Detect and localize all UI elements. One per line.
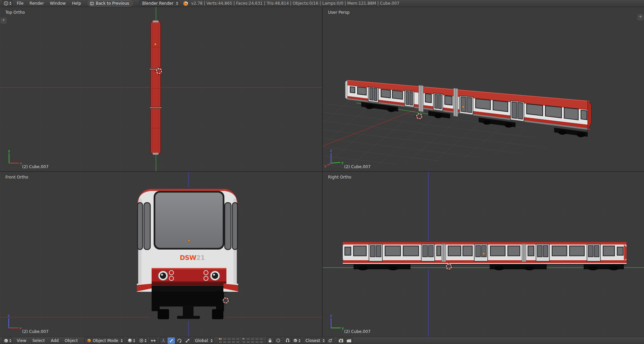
train-logo-21: 21 <box>196 254 205 261</box>
layer-1[interactable] <box>218 338 222 340</box>
snap-target-dropdown[interactable]: Closest <box>303 337 326 344</box>
clapperboard-icon <box>346 338 352 343</box>
render-engine-value: Blender Render <box>142 1 173 6</box>
snap-target-stepper <box>323 339 325 342</box>
back-arrow-icon <box>90 1 94 6</box>
editor-type-stepper[interactable] <box>9 2 11 5</box>
back-to-previous-button[interactable]: Back to Previous <box>88 0 133 7</box>
layer-6[interactable] <box>218 341 222 343</box>
interaction-mode-dropdown[interactable]: Object Mode <box>84 337 124 344</box>
user-persp-canvas[interactable]: z y x <box>323 7 644 171</box>
layer-5[interactable] <box>236 338 240 340</box>
transform-orientation-value: Global <box>195 338 208 343</box>
layer-13[interactable] <box>251 338 255 340</box>
editor-type-stepper[interactable] <box>9 339 11 342</box>
axis-x-letter: x <box>324 164 327 168</box>
viewport-name-label: Front Ortho <box>5 175 28 180</box>
lock-icon <box>268 338 272 343</box>
proportional-edit-dropdown[interactable] <box>274 337 282 344</box>
axis-z-letter: z <box>8 314 10 318</box>
active-object-label: (2) Cube.007 <box>22 164 49 169</box>
menu-file[interactable]: File <box>14 0 26 7</box>
viewport-name-label: Right Ortho <box>328 175 351 180</box>
object-origin-dot <box>154 43 156 45</box>
translate-manipulator-toggle[interactable] <box>167 337 175 344</box>
lock-to-scene-toggle[interactable] <box>266 337 274 344</box>
back-to-previous-label: Back to Previous <box>96 1 129 6</box>
active-object-label: (2) Cube.007 <box>22 329 49 334</box>
scale-arrow-icon <box>185 338 190 343</box>
viewport-user-persp[interactable]: z y x + User Persp (2) Cube.007 <box>323 7 644 171</box>
manipulator-axes-toggle[interactable] <box>159 337 167 344</box>
expand-region-icon[interactable]: + <box>1 18 6 23</box>
axis-x-letter: x <box>20 161 22 165</box>
layer-19[interactable] <box>255 341 259 343</box>
layers-group-2[interactable] <box>242 338 263 343</box>
menu-window[interactable]: Window <box>47 0 69 7</box>
scale-manipulator-toggle[interactable] <box>183 337 191 344</box>
layer-3[interactable] <box>227 338 231 340</box>
layer-4[interactable] <box>231 338 235 340</box>
layer-18[interactable] <box>251 341 255 343</box>
menu-help[interactable]: Help <box>69 0 84 7</box>
menu-render[interactable]: Render <box>26 0 47 7</box>
manipulate-centers-toggle[interactable] <box>149 337 157 344</box>
menu-add[interactable]: Add <box>48 337 62 344</box>
opengl-render-image-button[interactable] <box>337 337 345 344</box>
layer-12[interactable] <box>246 338 250 340</box>
editor-type-selector[interactable] <box>2 337 12 344</box>
rotate-manipulator-toggle[interactable] <box>175 337 183 344</box>
align-rotation-icon <box>328 338 332 343</box>
layer-15[interactable] <box>259 338 263 340</box>
layer-11[interactable] <box>242 338 246 340</box>
editor-type-selector[interactable] <box>2 0 12 7</box>
top-ortho-canvas[interactable]: y x <box>0 7 322 171</box>
pivot-point-dropdown[interactable] <box>138 337 148 344</box>
viewport-name-label: User Persp <box>328 10 350 15</box>
axis-z-letter: z <box>330 314 332 318</box>
right-ortho-canvas[interactable]: z y <box>323 172 644 337</box>
viewport-top-ortho[interactable]: y x + Top Ortho (2) Cube.007 <box>0 7 322 171</box>
train-logo-dsw: DSW <box>180 254 196 261</box>
axis-y-letter: y <box>8 149 10 153</box>
object-origin-dot <box>462 106 464 108</box>
front-ortho-canvas[interactable]: DSW21 <box>0 172 322 337</box>
opengl-render-animation-button[interactable] <box>345 337 353 344</box>
camera-icon <box>338 338 343 343</box>
shading-stepper <box>133 339 135 342</box>
train-top-view <box>150 20 161 155</box>
layer-17[interactable] <box>246 341 250 343</box>
info-header-bar: File Render Window Help Back to Previous… <box>0 0 644 7</box>
layer-14[interactable] <box>255 338 259 340</box>
mini-axis-gizmo: z y x <box>324 148 344 168</box>
menu-view[interactable]: View <box>14 337 29 344</box>
viewport-front-ortho[interactable]: DSW21 <box>0 172 322 337</box>
viewport-right-ortho[interactable]: z y Right Ortho (2) Cube.007 <box>323 172 644 337</box>
viewport-shading-dropdown[interactable] <box>126 337 136 344</box>
blender-logo <box>183 1 189 6</box>
menu-select[interactable]: Select <box>29 337 48 344</box>
manipulate-centers-icon <box>151 339 156 343</box>
layer-2[interactable] <box>223 338 227 340</box>
snap-toggle[interactable] <box>284 337 291 344</box>
layers-group-1[interactable] <box>218 338 240 343</box>
layer-7[interactable] <box>223 341 227 343</box>
layer-16[interactable] <box>242 341 246 343</box>
render-engine-dropdown[interactable]: Blender Render <box>140 0 179 7</box>
snap-target-value: Closest <box>306 338 320 343</box>
menu-object[interactable]: Object <box>62 337 81 344</box>
layer-9[interactable] <box>231 341 235 343</box>
grid-floor <box>0 7 322 171</box>
layer-8[interactable] <box>227 341 231 343</box>
axis-y-letter: y <box>341 160 344 165</box>
shading-sphere-icon <box>128 338 132 343</box>
axis-tripod-icon <box>161 338 166 343</box>
transform-orientation-dropdown[interactable]: Global <box>192 337 214 344</box>
snap-element-dropdown[interactable] <box>291 337 302 344</box>
snap-align-rotation-toggle[interactable] <box>326 337 334 344</box>
magnet-icon <box>285 338 290 343</box>
layer-20[interactable] <box>259 341 263 343</box>
layer-10[interactable] <box>236 341 240 343</box>
expand-region-icon[interactable]: + <box>638 14 643 20</box>
blender-window: File Render Window Help Back to Previous… <box>0 0 644 344</box>
